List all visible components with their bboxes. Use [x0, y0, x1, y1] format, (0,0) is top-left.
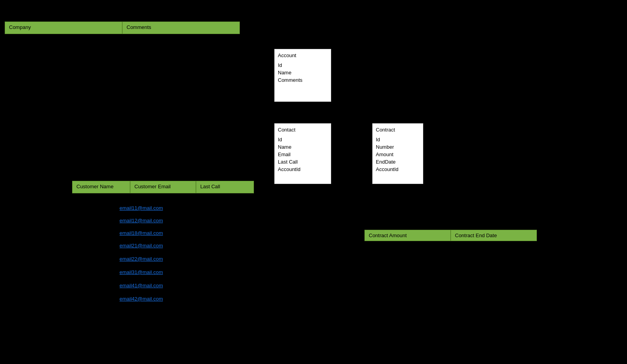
contact-field-accountid: AccountId [278, 166, 328, 173]
contact-table-header: Customer Name Customer Email Last Call [72, 181, 254, 193]
contract-enddate-header: Contract End Date [451, 230, 537, 241]
account-header-table: Company Comments [5, 22, 240, 34]
account-entity-title: Account [278, 52, 328, 58]
contact-name-header: Customer Name [72, 181, 130, 193]
email-link-4[interactable]: email22@mail.com [120, 256, 163, 262]
contract-field-number: Number [376, 143, 420, 151]
email-link-1[interactable]: email12@mail.com [120, 218, 163, 223]
account-company-header: Company [5, 22, 122, 34]
contact-entity-title: Contact [278, 127, 328, 133]
contact-lastcall-header: Last Call [196, 181, 254, 193]
contract-field-enddate: EndDate [376, 158, 420, 166]
contract-entity-box: Contract Id Number Amount EndDate Accoun… [372, 123, 423, 184]
contract-field-amount: Amount [376, 151, 420, 158]
contact-field-id: Id [278, 136, 328, 143]
contact-field-name: Name [278, 143, 328, 151]
contract-table-header: Contract Amount Contract End Date [364, 230, 537, 241]
contract-field-accountid: AccountId [376, 166, 420, 173]
email-link-6[interactable]: email41@mail.com [120, 283, 163, 288]
account-comments-header: Comments [122, 22, 240, 34]
email-link-0[interactable]: email11@mail.com [120, 205, 163, 211]
contact-field-lastcall: Last Call [278, 158, 328, 166]
account-field-id: Id [278, 61, 328, 69]
contact-email-header: Customer Email [130, 181, 196, 193]
email-link-3[interactable]: email21@mail.com [120, 243, 163, 249]
account-entity-box: Account Id Name Comments [274, 49, 331, 102]
contract-field-id: Id [376, 136, 420, 143]
email-link-5[interactable]: email31@mail.com [120, 269, 163, 275]
contract-amount-header: Contract Amount [364, 230, 451, 241]
contact-contract-connector [331, 176, 373, 177]
email-link-2[interactable]: email18@mail.com [120, 230, 163, 236]
account-field-name: Name [278, 69, 328, 76]
contact-field-email: Email [278, 151, 328, 158]
contract-entity-title: Contract [376, 127, 420, 133]
email-link-7[interactable]: email42@mail.com [120, 296, 163, 302]
account-field-comments: Comments [278, 76, 328, 84]
contact-entity-box: Contact Id Name Email Last Call AccountI… [274, 123, 331, 184]
